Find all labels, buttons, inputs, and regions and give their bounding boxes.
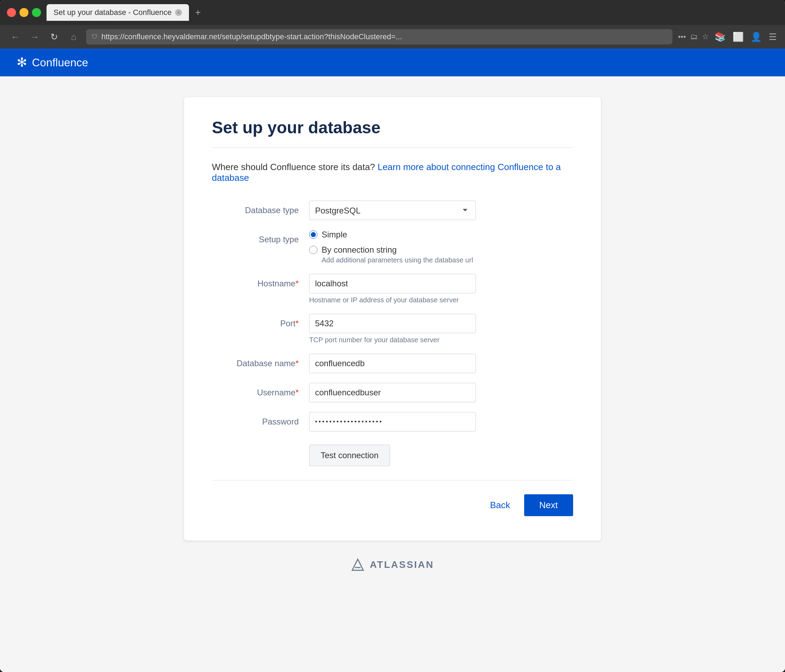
db-name-row: Database name* [212,354,573,373]
port-row: Port* TCP port number for your database … [212,314,573,344]
setup-type-control: Simple By connection string Add addition… [309,230,573,264]
simple-radio-option[interactable]: Simple [309,230,573,240]
test-connection-row: Test connection [212,441,573,466]
svg-marker-0 [352,559,363,570]
db-name-input[interactable] [309,354,476,373]
security-icon: 🛡 [92,33,98,41]
close-button[interactable] [7,8,16,17]
page-content: Set up your database Where should Conflu… [0,76,785,672]
port-label: Port* [212,314,309,328]
connection-string-radio-option[interactable]: By connection string [309,245,573,255]
menu-icon[interactable]: ☰ [769,31,777,42]
port-input[interactable] [309,314,476,333]
more-options-icon[interactable]: ••• [678,32,686,41]
db-name-label: Database name* [212,354,309,368]
home-button[interactable]: ⌂ [67,30,81,44]
new-tab-button[interactable]: + [192,6,204,19]
action-buttons: Back Next [212,491,573,516]
atlassian-text: ATLASSIAN [369,559,434,570]
minimize-button[interactable] [19,8,28,17]
page-title: Set up your database [212,118,573,137]
atlassian-triangle-icon [351,558,365,572]
address-bar: ← → ↻ ⌂ 🛡 https://confluence.heyvaldemar… [0,25,785,48]
library-icon[interactable]: 📚 [715,31,726,42]
account-icon[interactable]: 👤 [751,31,762,42]
test-connection-spacer [212,441,309,446]
connection-string-hint: Add additional parameters using the data… [322,256,573,264]
password-input[interactable] [309,412,476,432]
url-bar[interactable]: 🛡 https://confluence.heyvaldemar.net/set… [86,29,672,44]
hostname-control: Hostname or IP address of your database … [309,274,573,304]
traffic-lights [7,8,41,17]
forward-nav-button[interactable]: → [28,30,42,44]
db-type-label: Database type [212,201,309,215]
simple-radio-label: Simple [322,230,347,240]
password-label: Password [212,412,309,427]
title-divider [212,148,573,148]
db-type-select[interactable]: PostgreSQL MySQL Oracle SQL Server [309,201,476,220]
username-control [309,383,573,402]
db-type-control: PostgreSQL MySQL Oracle SQL Server [309,201,573,220]
back-button[interactable]: Back [483,495,517,516]
bookmark-icon[interactable]: ☆ [702,32,709,41]
setup-type-label: Setup type [212,230,309,244]
pocket-icon[interactable]: 🗂 [690,32,698,41]
maximize-button[interactable] [32,8,41,17]
confluence-logo-text: Confluence [32,56,88,69]
setup-type-radio-group: Simple By connection string Add addition… [309,230,573,264]
confluence-icon: ✻ [17,55,27,70]
setup-card: Set up your database Where should Conflu… [184,97,601,541]
port-control: TCP port number for your database server [309,314,573,344]
connection-string-option: By connection string Add additional para… [309,245,573,264]
username-input[interactable] [309,383,476,402]
atlassian-logo: ATLASSIAN [351,558,434,572]
intro-text: Where should Confluence store its data? [212,162,375,172]
sidebar-icon[interactable]: ⬜ [733,31,744,42]
tab-title: Set up your database - Confluence [53,8,172,17]
simple-radio-input[interactable] [309,231,317,239]
back-nav-button[interactable]: ← [8,30,22,44]
confluence-navbar: ✻ Confluence [0,48,785,76]
test-connection-control: Test connection [309,441,573,466]
username-required: * [296,388,299,397]
browser-window: Set up your database - Confluence × + ← … [0,0,785,672]
db-name-required: * [296,359,299,368]
username-label: Username* [212,383,309,398]
password-row: Password [212,412,573,432]
confluence-logo: ✻ Confluence [17,55,88,70]
tab-bar: Set up your database - Confluence × + [47,4,778,21]
browser-actions: 📚 ⬜ 👤 ☰ [715,31,777,42]
hostname-input[interactable] [309,274,476,293]
footer: ATLASSIAN [351,541,434,589]
bottom-divider [212,480,573,480]
hostname-hint: Hostname or IP address of your database … [309,296,573,304]
active-tab[interactable]: Set up your database - Confluence × [47,4,189,21]
username-row: Username* [212,383,573,402]
hostname-label: Hostname* [212,274,309,288]
tab-close-icon[interactable]: × [175,9,182,16]
url-text: https://confluence.heyvaldemar.net/setup… [102,32,667,41]
hostname-row: Hostname* Hostname or IP address of your… [212,274,573,304]
port-hint: TCP port number for your database server [309,336,573,344]
next-button[interactable]: Next [524,494,573,516]
refresh-button[interactable]: ↻ [47,30,61,44]
title-bar: Set up your database - Confluence × + [0,0,785,25]
setup-type-row: Setup type Simple By connection string [212,230,573,264]
connection-string-radio-input[interactable] [309,246,317,254]
test-connection-button[interactable]: Test connection [309,444,390,466]
db-name-control [309,354,573,373]
url-actions: ••• 🗂 ☆ [678,32,709,41]
password-control [309,412,573,432]
hostname-required: * [296,279,299,288]
port-required: * [296,319,299,328]
connection-string-radio-label: By connection string [322,245,397,255]
db-type-row: Database type PostgreSQL MySQL Oracle SQ… [212,201,573,220]
intro-paragraph: Where should Confluence store its data? … [212,162,573,183]
